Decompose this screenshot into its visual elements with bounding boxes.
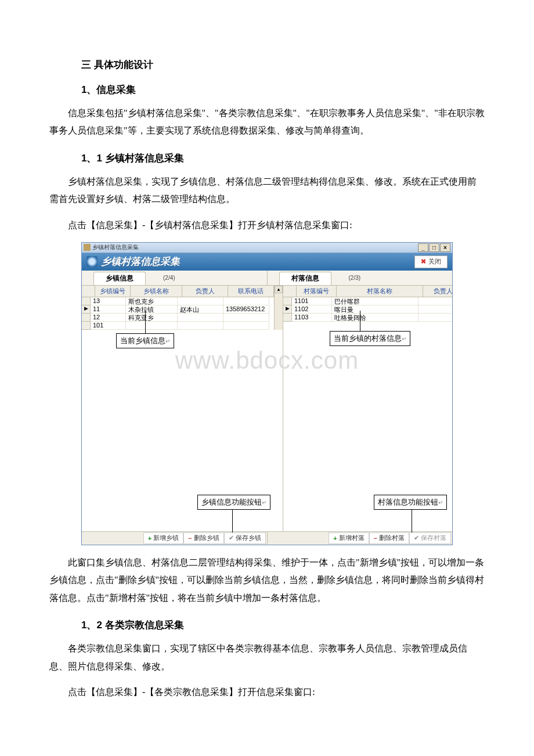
paragraph: 点击【信息采集】-【乡镇村落信息采集】打开乡镇村落信息采集窗口: [49,217,485,234]
town-counter: (2/4) [163,275,175,281]
table-row[interactable]: 1101巴什喀群 [283,297,452,305]
table-row[interactable]: 13斯也克乡 [82,297,274,305]
heading-4-1-2: 1、2 各类宗教信息采集 [81,618,485,632]
add-town-button[interactable]: +新增乡镇 [143,532,183,544]
paragraph: 信息采集包括"乡镇村落信息采集"、"各类宗教信息采集"、"在职宗教事务人员信息采… [49,105,485,140]
village-counter: (2/3) [349,275,361,281]
close-label: 关闭 [428,257,441,266]
footer-bar: +新增乡镇 −删除乡镇 ✔保存乡镇 +新增村落 −删除村落 ✔保存村落 [82,531,452,545]
callout-village-buttons: 村落信息功能按钮↵ [374,495,447,510]
table-row[interactable]: 101 [82,322,274,330]
heading-4-1: 1、信息采集 [81,83,485,96]
del-village-button[interactable]: −删除村落 [369,532,409,544]
table-row[interactable]: 1103吐格曼阔恰 [283,314,452,322]
titlebar: 乡镇村落信息采集 _ □ × [82,243,452,253]
del-town-label: 删除乡镇 [194,534,219,542]
add-village-button[interactable]: +新增村落 [329,532,369,544]
minus-icon: − [188,535,192,542]
del-village-label: 删除村落 [379,534,405,542]
add-town-label: 新增乡镇 [153,534,179,542]
table-row[interactable]: 12科克亚乡 [82,314,274,322]
plus-icon: + [333,535,337,542]
col-town-id[interactable]: 乡镇编号 [95,286,131,297]
scroll-up-icon[interactable]: ▲ [275,286,283,293]
del-town-button[interactable]: −删除乡镇 [183,532,223,544]
callout-current-town: 当前乡镇信息↵ [116,333,174,348]
callout-town-buttons: 乡镇信息功能按钮↵ [197,495,270,510]
table-row[interactable]: ▶1102喀日曼 [283,305,452,314]
tab-village-info[interactable]: 村落信息 [279,272,331,285]
paragraph: 各类宗教信息采集窗口，实现了辖区中各类宗教得基本信息、宗教事务人员信息、宗教管理… [49,640,485,675]
col-town-phone[interactable]: 联系电话 [228,286,274,297]
window-title: 乡镇村落信息采集 [92,243,418,251]
scrollbar[interactable]: ▲ [274,286,283,330]
tab-town-info[interactable]: 乡镇信息 [93,272,146,285]
close-panel-button[interactable]: ✖ 关闭 [414,255,448,268]
close-icon: ✖ [421,258,426,265]
village-grid-header: 村落编号 村落名称 负责人 联系电话 [283,286,452,297]
table-row[interactable]: ▶11木杂拉镇赵本山13589653212 [82,305,274,314]
heading-4-1-1: 1、1 乡镇村落信息采集 [81,152,485,165]
banner-title: 乡镇村落信息采集 [101,255,180,268]
save-village-label: 保存村落 [421,534,446,542]
add-village-label: 新增村落 [339,534,365,542]
maximize-button[interactable]: □ [429,243,439,252]
banner-icon [86,256,98,267]
heading-3: 三 具体功能设计 [81,58,485,71]
plus-icon: + [148,535,151,542]
minimize-button[interactable]: _ [418,243,428,252]
col-village-person[interactable]: 负责人 [423,286,452,297]
paragraph: 此窗口集乡镇信息、村落信息二层管理结构得采集、维护于一体，点击"新增乡镇"按钮，… [49,554,485,607]
paragraph: 点击【信息采集】-【各类宗教信息采集】打开信息采集窗口: [49,683,485,701]
paragraph: 乡镇村落信息采集，实现了乡镇信息、村落信息二级管理结构得信息采集、修改。系统在正… [49,173,485,208]
col-town-person[interactable]: 负责人 [182,286,228,297]
callout-current-village: 当前乡镇的村落信息↵ [330,331,410,346]
check-icon: ✔ [414,534,419,542]
save-village-button[interactable]: ✔保存村落 [409,532,451,544]
app-icon [84,244,91,251]
col-town-name[interactable]: 乡镇名称 [131,286,182,297]
col-village-name[interactable]: 村落名称 [337,286,423,297]
save-town-button[interactable]: ✔保存乡镇 [224,532,266,544]
banner: 乡镇村落信息采集 ✖ 关闭 [82,253,452,271]
col-village-id[interactable]: 村落编号 [297,286,337,297]
tabstrip: 乡镇信息 (2/4) 村落信息 (2/3) [82,271,452,286]
minus-icon: − [374,535,377,542]
town-grid-header: 乡镇编号 乡镇名称 负责人 联系电话 [82,286,274,297]
save-town-label: 保存乡镇 [236,534,261,542]
check-icon: ✔ [229,534,234,542]
close-button[interactable]: × [440,243,450,252]
